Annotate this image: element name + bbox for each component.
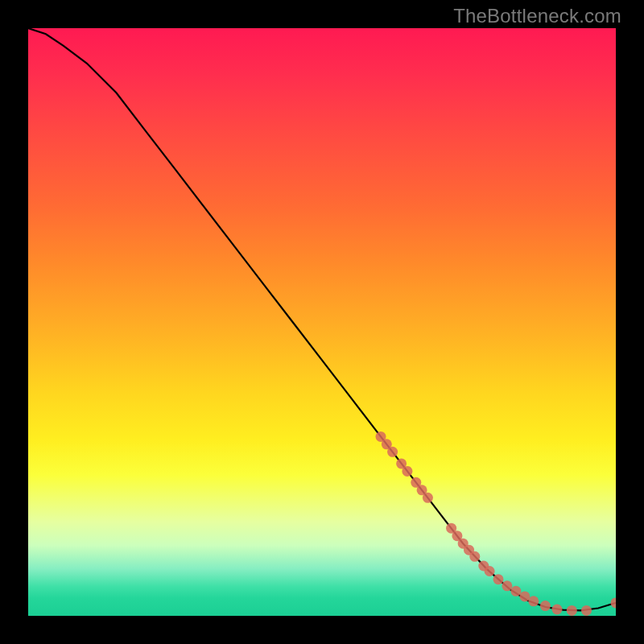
data-marker [402,466,412,477]
data-marker [567,605,577,616]
data-marker [469,551,480,562]
bottleneck-curve [28,28,616,610]
data-marker [387,447,398,457]
data-marker [540,601,551,611]
chart-svg [28,28,616,616]
data-marker [493,574,504,584]
data-marker [528,596,539,606]
data-marker [423,493,433,503]
plot-area [28,28,616,616]
data-marker [510,586,521,597]
chart-frame: TheBottleneck.com [0,0,644,644]
watermark-text: TheBottleneck.com [453,5,621,27]
data-marker [552,605,563,615]
data-markers [376,431,617,616]
data-marker [502,580,512,591]
data-marker [581,605,592,616]
data-marker [485,566,495,576]
data-marker [611,597,617,608]
